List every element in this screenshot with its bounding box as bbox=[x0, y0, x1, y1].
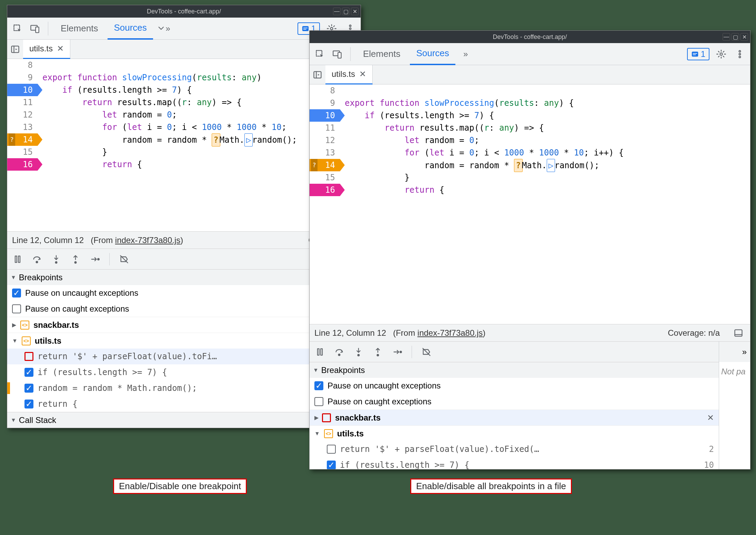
chevron-right-icon: ▶ bbox=[12, 322, 16, 328]
file-tab-label: utils.ts bbox=[332, 69, 355, 79]
titlebar[interactable]: DevTools - coffee-cart.app/ — ▢ ✕ bbox=[7, 5, 361, 18]
checkbox-icon[interactable] bbox=[314, 397, 323, 406]
gear-icon[interactable] bbox=[714, 47, 728, 61]
navigator-toggle-icon[interactable] bbox=[7, 44, 23, 54]
sourcemap-from[interactable]: (From index-73f73a80.js) bbox=[393, 328, 485, 338]
inspect-icon[interactable] bbox=[11, 22, 24, 36]
step-into-icon[interactable] bbox=[49, 252, 63, 266]
deactivate-breakpoints-icon[interactable] bbox=[420, 345, 433, 359]
sourcemap-from[interactable]: (From index-73f73a80.js) bbox=[91, 235, 183, 245]
breakpoint-file-utils[interactable]: ▼ <> utils.ts bbox=[310, 425, 719, 441]
svg-rect-26 bbox=[321, 349, 322, 355]
checkbox-icon[interactable] bbox=[12, 304, 21, 313]
tab-elements[interactable]: Elements bbox=[54, 18, 104, 40]
more-icon[interactable]: » bbox=[742, 347, 747, 357]
breakpoints-list: ✓ Pause on uncaught exceptions Pause on … bbox=[7, 285, 361, 412]
maximize-button[interactable]: ▢ bbox=[732, 33, 739, 41]
checkbox-icon[interactable] bbox=[24, 352, 33, 361]
kebab-icon[interactable] bbox=[733, 47, 747, 61]
more-tabs-icon[interactable]: » bbox=[459, 47, 473, 61]
step-into-icon[interactable] bbox=[352, 345, 365, 359]
tab-sources[interactable]: Sources bbox=[410, 43, 455, 65]
breakpoint-item[interactable]: return '$' + parseFloat(value).toFi…✎✕2 bbox=[7, 349, 361, 364]
pause-icon[interactable] bbox=[11, 252, 24, 266]
chevron-down-icon: ▼ bbox=[313, 367, 319, 373]
checkbox-icon[interactable]: ✓ bbox=[12, 289, 21, 297]
remove-icon[interactable]: ✕ bbox=[707, 413, 714, 423]
deactivate-breakpoints-icon[interactable] bbox=[117, 252, 131, 266]
cursor-location: Line 12, Column 12 bbox=[314, 328, 386, 338]
code-editor[interactable]: 8910111213?141516export function slowPro… bbox=[310, 84, 750, 324]
svg-rect-2 bbox=[36, 27, 39, 32]
checkbox-icon[interactable]: ✓ bbox=[314, 381, 323, 390]
pause-caught-row[interactable]: Pause on caught exceptions bbox=[7, 301, 361, 317]
file-toggle-checkbox[interactable] bbox=[322, 413, 331, 422]
svg-rect-10 bbox=[18, 256, 20, 262]
callstack-header[interactable]: ▼ Call Stack bbox=[7, 412, 361, 428]
pause-uncaught-row[interactable]: ✓ Pause on uncaught exceptions bbox=[7, 285, 361, 301]
pause-icon[interactable] bbox=[313, 345, 327, 359]
breakpoints-header[interactable]: ▼ Breakpoints bbox=[310, 362, 719, 378]
checkbox-icon[interactable]: ✓ bbox=[24, 400, 33, 408]
inspect-icon[interactable] bbox=[313, 47, 327, 61]
step-out-icon[interactable] bbox=[69, 252, 82, 266]
svg-point-27 bbox=[339, 354, 340, 355]
sidebar-toggle-icon[interactable] bbox=[732, 326, 745, 340]
more-tabs-icon[interactable]: » bbox=[157, 22, 170, 36]
minimize-button[interactable]: — bbox=[723, 33, 730, 41]
file-tabs: utils.ts ✕ bbox=[7, 40, 361, 59]
navigator-toggle-icon[interactable] bbox=[310, 70, 325, 80]
caption-b: Enable/disable all breakpoints in a file bbox=[410, 478, 572, 494]
breakpoint-item[interactable]: ✓random = random * Math.random();14 bbox=[7, 380, 361, 396]
svg-point-5 bbox=[350, 25, 351, 27]
device-toggle-icon[interactable] bbox=[28, 22, 42, 36]
tab-elements[interactable]: Elements bbox=[357, 43, 406, 65]
close-icon[interactable]: ✕ bbox=[57, 44, 64, 53]
breakpoint-file-snackbar[interactable]: ▶ snackbar.ts ✕ bbox=[310, 410, 719, 425]
pause-caught-row[interactable]: Pause on caught exceptions bbox=[310, 394, 719, 410]
breakpoint-code: if (results.length >= 7) { bbox=[38, 367, 338, 377]
breakpoint-line: 2 bbox=[700, 444, 714, 454]
breakpoint-file-snackbar[interactable]: ▶ <> snackbar.ts bbox=[7, 317, 361, 333]
step-over-icon[interactable] bbox=[30, 252, 44, 266]
pause-uncaught-row[interactable]: ✓ Pause on uncaught exceptions bbox=[310, 378, 719, 394]
svg-point-12 bbox=[56, 262, 57, 263]
step-over-icon[interactable] bbox=[332, 345, 346, 359]
breakpoint-item[interactable]: ✓if (results.length >= 7) {10 bbox=[310, 457, 719, 470]
file-tab-utils[interactable]: utils.ts ✕ bbox=[23, 40, 70, 59]
window-controls: — ▢ ✕ bbox=[333, 8, 359, 15]
step-out-icon[interactable] bbox=[371, 345, 385, 359]
checkbox-icon[interactable]: ✓ bbox=[24, 384, 33, 393]
breakpoint-item[interactable]: return '$' + parseFloat(value).toFixed(…… bbox=[310, 441, 719, 457]
code-editor[interactable]: 8910111213?141516export function slowPro… bbox=[7, 59, 361, 231]
breakpoint-code: if (results.length >= 7) { bbox=[340, 460, 696, 470]
checkbox-icon[interactable] bbox=[327, 445, 336, 454]
titlebar[interactable]: DevTools - coffee-cart.app/ — ▢ ✕ bbox=[310, 31, 750, 43]
breakpoint-item[interactable]: ✓if (results.length >= 7) {10 bbox=[7, 364, 361, 380]
checkbox-icon[interactable]: ✓ bbox=[327, 461, 336, 470]
svg-point-29 bbox=[377, 354, 379, 356]
close-button[interactable]: ✕ bbox=[740, 33, 748, 41]
step-icon[interactable] bbox=[390, 345, 404, 359]
svg-point-14 bbox=[98, 258, 99, 260]
svg-point-21 bbox=[739, 53, 741, 55]
minimize-button[interactable]: — bbox=[333, 8, 341, 15]
checkbox-icon[interactable]: ✓ bbox=[24, 368, 33, 377]
maximize-button[interactable]: ▢ bbox=[342, 8, 350, 15]
devtools-window-a: DevTools - coffee-cart.app/ — ▢ ✕ Elemen… bbox=[7, 5, 361, 428]
step-icon[interactable] bbox=[88, 252, 102, 266]
close-icon[interactable]: ✕ bbox=[359, 69, 366, 79]
breakpoints-header[interactable]: ▼ Breakpoints bbox=[7, 269, 361, 285]
close-button[interactable]: ✕ bbox=[351, 8, 359, 15]
tab-sources[interactable]: Sources bbox=[108, 18, 153, 40]
breakpoint-code: return '$' + parseFloat(value).toFixed(… bbox=[340, 444, 696, 454]
debugger-toolbar bbox=[7, 249, 361, 269]
file-tab-utils[interactable]: utils.ts ✕ bbox=[325, 65, 373, 84]
svg-point-22 bbox=[739, 56, 741, 58]
issues-badge[interactable]: 1 bbox=[687, 48, 709, 60]
file-icon: <> bbox=[22, 336, 31, 345]
breakpoint-item[interactable]: ✓return {16 bbox=[7, 396, 361, 412]
file-icon: <> bbox=[324, 429, 333, 438]
device-toggle-icon[interactable] bbox=[330, 47, 344, 61]
breakpoint-file-utils[interactable]: ▼ <> utils.ts bbox=[7, 333, 361, 349]
